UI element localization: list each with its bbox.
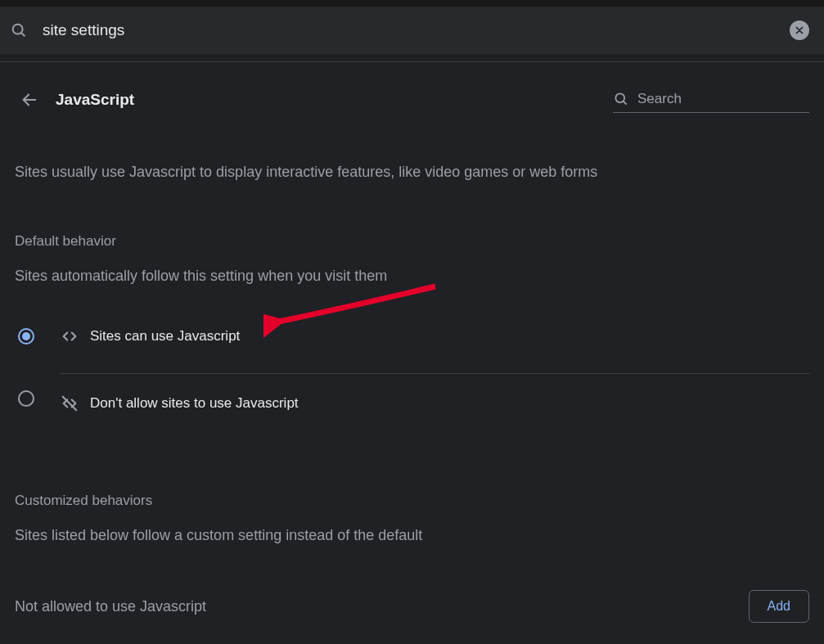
page-description: Sites usually use Javascript to display … — [15, 164, 809, 181]
svg-line-4 — [624, 101, 627, 104]
radio-button-unchecked[interactable] — [18, 390, 34, 407]
svg-point-0 — [13, 25, 23, 34]
code-off-icon — [61, 394, 80, 412]
radio-button-checked[interactable] — [18, 328, 34, 345]
default-behavior-title: Default behavior — [15, 233, 809, 250]
option-label: Don't allow sites to use Javascript — [90, 395, 299, 412]
page-search-field[interactable] — [613, 88, 809, 113]
page-search-input[interactable] — [637, 91, 809, 107]
svg-line-1 — [21, 33, 25, 36]
customized-behaviors-subtitle: Sites listed below follow a custom setti… — [15, 527, 809, 544]
settings-search-bar — [0, 7, 824, 54]
default-behavior-subtitle: Sites automatically follow this setting … — [15, 268, 809, 285]
radio-option-allow-js[interactable]: Sites can use Javascript — [15, 316, 809, 365]
clear-search-icon[interactable] — [790, 20, 809, 40]
not-allowed-label: Not allowed to use Javascript — [15, 598, 749, 615]
search-icon — [10, 21, 28, 39]
svg-line-5 — [63, 396, 77, 410]
search-icon — [613, 91, 629, 107]
back-button[interactable] — [15, 85, 44, 115]
code-icon — [61, 327, 80, 345]
page-title: JavaScript — [56, 91, 134, 109]
customized-behaviors-title: Customized behaviors — [15, 493, 809, 509]
radio-option-block-js[interactable]: Don't allow sites to use Javascript — [15, 365, 809, 432]
settings-search-input[interactable] — [43, 21, 790, 39]
add-button[interactable]: Add — [749, 590, 809, 623]
option-label: Sites can use Javascript — [90, 328, 240, 345]
svg-point-3 — [615, 93, 624, 102]
